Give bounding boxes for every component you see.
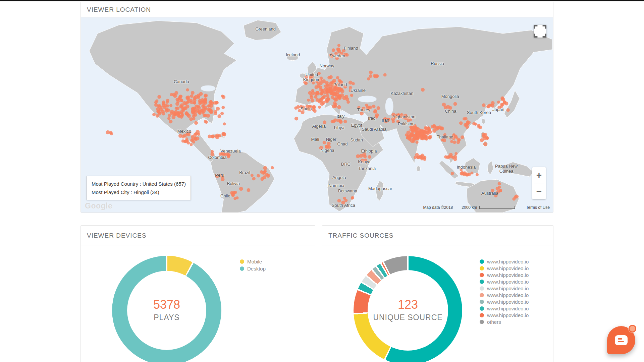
viewer-location-dot: [220, 112, 224, 115]
viewer-location-dot: [177, 98, 180, 101]
viewer-location-dot: [318, 72, 321, 75]
viewer-location-dot: [331, 81, 335, 85]
traffic-sources-donut-chart[interactable]: 123 UNIQUE SOURCE: [354, 256, 462, 362]
viewer-location-dot: [442, 138, 446, 142]
viewer-location-dot: [325, 145, 328, 148]
viewer-location-dot: [396, 120, 399, 123]
viewer-location-dot: [310, 96, 313, 99]
viewer-location-dot: [175, 107, 178, 110]
zoom-in-button[interactable]: +: [532, 167, 546, 183]
viewer-devices-donut-chart[interactable]: 5378 PLAYS: [112, 256, 221, 362]
viewer-location-dot: [367, 77, 370, 80]
viewer-location-dot: [156, 114, 159, 118]
viewer-location-dot: [466, 122, 469, 125]
viewer-location-dot: [169, 120, 172, 123]
viewer-location-dot: [504, 102, 508, 106]
viewer-location-dot: [210, 111, 213, 114]
zoom-out-button[interactable]: −: [532, 183, 546, 199]
viewer-location-dot: [307, 99, 310, 102]
map-fullscreen-button[interactable]: [534, 25, 546, 38]
viewer-location-dot: [453, 140, 456, 144]
viewer-location-dot: [344, 95, 348, 99]
viewer-location-dot: [345, 53, 349, 57]
viewer-location-dot: [215, 174, 219, 178]
viewer-location-dot: [239, 187, 243, 191]
viewer-location-dot: [216, 107, 220, 111]
viewer-location-dot: [294, 117, 298, 120]
viewer-location-dot: [199, 92, 203, 96]
viewer-location-dot: [450, 140, 453, 143]
viewer-location-dot: [184, 111, 189, 115]
viewer-location-dot: [211, 150, 214, 153]
viewer-location-dot: [319, 146, 323, 150]
viewer-location-dot: [342, 49, 345, 52]
viewer-location-dot: [231, 193, 235, 197]
viewer-location-dot: [262, 171, 265, 175]
viewer-location-dot: [209, 100, 213, 104]
legend-swatch: [480, 280, 484, 284]
viewer-location-dot: [152, 113, 156, 116]
viewer-location-dot: [161, 110, 165, 113]
viewer-location-dot: [329, 54, 332, 57]
viewer-location-dot: [251, 174, 254, 177]
viewer-location-dot: [257, 174, 260, 177]
legend-label: www.hippovideo.io: [487, 299, 529, 305]
viewer-location-dot: [233, 191, 237, 194]
viewer-location-dot: [340, 89, 344, 93]
viewer-location-dot: [221, 106, 225, 109]
viewer-location-dot: [190, 143, 193, 146]
viewer-location-dot: [311, 99, 314, 102]
viewer-location-dot: [333, 103, 337, 107]
viewer-location-dot: [190, 94, 193, 98]
legend-item: Desktop: [240, 266, 266, 271]
viewer-location-dot: [341, 201, 345, 205]
viewer-location-dot: [179, 95, 182, 98]
viewer-location-dot: [461, 171, 464, 175]
viewer-location-dot: [220, 152, 224, 156]
viewer-location-dot: [165, 107, 168, 111]
viewer-location-dot: [339, 80, 342, 83]
legend-swatch: [480, 293, 484, 297]
viewer-location-dot: [421, 88, 425, 92]
world-map[interactable]: GreenlandIcelandCanadaNorwaySwedenFinlan…: [81, 17, 553, 213]
viewer-location-dot: [375, 113, 379, 117]
legend-swatch: [480, 300, 484, 304]
viewer-devices-title: VIEWER DEVICES: [81, 226, 315, 245]
viewer-location-dot: [186, 88, 189, 91]
google-logo[interactable]: Google: [85, 201, 112, 210]
viewer-location-dot: [499, 189, 502, 192]
viewer-location-dot: [262, 175, 266, 179]
viewer-location-dot: [204, 100, 207, 103]
terms-of-use-link[interactable]: Terms of Use: [526, 205, 550, 210]
viewer-location-dot: [369, 71, 373, 74]
legend-item: www.hippovideo.io: [480, 293, 529, 297]
legend-label: www.hippovideo.io: [487, 259, 529, 264]
viewer-location-dot: [422, 134, 425, 137]
viewer-location-dot: [187, 96, 190, 99]
viewer-location-dot: [497, 101, 500, 104]
viewer-location-dot: [185, 137, 189, 140]
chat-launcher-button[interactable]: [607, 326, 635, 354]
viewer-location-dot: [410, 139, 414, 143]
viewer-location-dot: [157, 95, 161, 99]
legend-swatch: [240, 259, 244, 264]
viewer-location-dot: [498, 182, 501, 185]
viewer-location-dot: [483, 137, 486, 140]
viewer-location-dot: [298, 109, 301, 112]
viewer-location-dot: [194, 121, 198, 125]
viewer-location-dot: [332, 88, 336, 92]
viewer-location-dot: [110, 132, 113, 135]
viewer-location-dot: [313, 109, 317, 113]
viewer-location-dot: [223, 122, 226, 125]
legend-label: www.hippovideo.io: [487, 286, 529, 291]
viewer-location-dot: [160, 106, 163, 109]
viewer-location-dot: [166, 99, 169, 102]
viewer-location-dot: [497, 106, 501, 109]
legend-item: www.hippovideo.io: [480, 273, 529, 277]
viewer-location-dot: [215, 135, 219, 139]
viewer-location-dot: [167, 117, 171, 120]
map-attribution: Map data ©2018 2000 km Terms of Use: [423, 205, 550, 210]
viewer-location-dot: [343, 85, 347, 88]
viewer-location-dot: [221, 177, 225, 181]
viewer-location-dot: [331, 92, 334, 95]
